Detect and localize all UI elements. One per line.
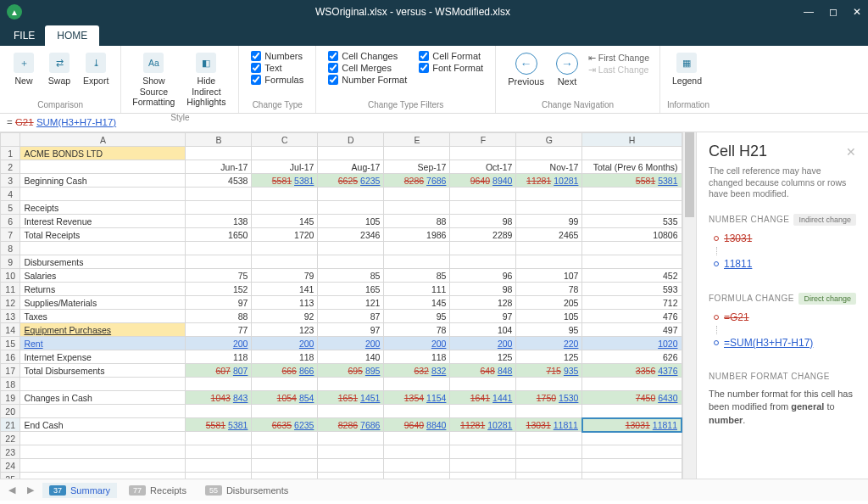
vertical-scrollbar[interactable] [682, 132, 696, 479]
minimize-icon[interactable]: — [804, 6, 814, 18]
formatting-icon: Aa [143, 53, 164, 73]
sheet-next-icon[interactable]: ▶ [24, 484, 37, 496]
check-number-format[interactable]: Number Format [328, 75, 407, 85]
sheet-prev-icon[interactable]: ◀ [5, 484, 19, 496]
format-change-text: The number format for this cell has been… [709, 388, 856, 427]
check-numbers[interactable]: Numbers [251, 51, 303, 61]
spreadsheet-grid[interactable]: ABCDEFGH 1ACME BONDS LTD 2Jun-17Jul-17Au… [0, 132, 682, 479]
ribbon: ＋New ⇄Swap ⤓Export Comparison AaShow Sou… [0, 46, 868, 114]
group-style-label: Style [128, 111, 231, 124]
title-bar: ▲ WSOriginal.xlsx - versus - WSModified.… [0, 0, 868, 24]
group-comparison-label: Comparison [7, 98, 114, 111]
group-info-label: Information [667, 98, 709, 111]
check-text[interactable]: Text [251, 63, 303, 73]
swap-button[interactable]: ⇄Swap [42, 49, 76, 90]
group-filters-label: Change Type Filters [323, 98, 488, 111]
check-formulas[interactable]: Formulas [251, 75, 303, 85]
app-logo-icon: ▲ [7, 4, 22, 20]
check-cell-merges[interactable]: Cell Merges [328, 63, 407, 73]
export-button[interactable]: ⤓Export [78, 49, 114, 90]
maximize-icon[interactable]: ◻ [829, 6, 837, 18]
previous-button[interactable]: ←Previous [503, 49, 549, 90]
next-button[interactable]: →Next [551, 49, 583, 90]
sheet-tab-summary[interactable]: 37Summary [42, 483, 117, 498]
new-icon: ＋ [14, 53, 34, 73]
details-panel: Cell H21✕ The cell reference may have ch… [696, 132, 868, 479]
close-icon[interactable]: ✕ [853, 6, 861, 18]
check-cell-changes[interactable]: Cell Changes [328, 51, 407, 61]
check-cell-format[interactable]: Cell Format [419, 51, 483, 61]
panel-close-icon[interactable]: ✕ [846, 145, 856, 159]
sheet-tabs: ◀ ▶ 37Summary 77Receipts 55Disbursements [0, 479, 868, 501]
tab-file[interactable]: FILE [3, 25, 45, 46]
first-change-button[interactable]: ⇤ First Change [588, 53, 649, 63]
check-font-format[interactable]: Font Format [419, 63, 483, 73]
highlights-icon: ◧ [196, 53, 216, 73]
table-cell[interactable]: ACME BONDS LTD [20, 147, 186, 160]
legend-button[interactable]: ▦Legend [667, 49, 707, 90]
export-icon: ⤓ [86, 53, 106, 73]
arrow-left-icon: ← [515, 53, 537, 75]
panel-title: Cell H21 [709, 143, 767, 160]
new-button[interactable]: ＋New [7, 49, 41, 90]
panel-description: The cell reference may have changed beca… [709, 165, 856, 200]
window-title: WSOriginal.xlsx - versus - WSModified.xl… [315, 6, 510, 18]
swap-icon: ⇄ [49, 53, 70, 73]
tab-home[interactable]: HOME [45, 25, 99, 46]
selected-cell: 13031 11811 [582, 418, 682, 432]
legend-icon: ▦ [676, 53, 697, 73]
menu-tabs: FILE HOME [0, 24, 868, 46]
last-change-button[interactable]: ⇥ Last Change [588, 64, 649, 75]
sheet-tab-disbursements[interactable]: 55Disbursements [198, 483, 295, 498]
group-change-type-label: Change Type [246, 98, 309, 111]
hide-indirect-highlights-button[interactable]: ◧Hide Indirect Highlights [181, 49, 231, 111]
show-source-formatting-button[interactable]: AaShow Source Formatting [128, 49, 179, 111]
arrow-right-icon: → [556, 53, 578, 75]
group-nav-label: Change Navigation [503, 98, 653, 111]
sheet-tab-receipts[interactable]: 77Receipts [122, 483, 193, 498]
